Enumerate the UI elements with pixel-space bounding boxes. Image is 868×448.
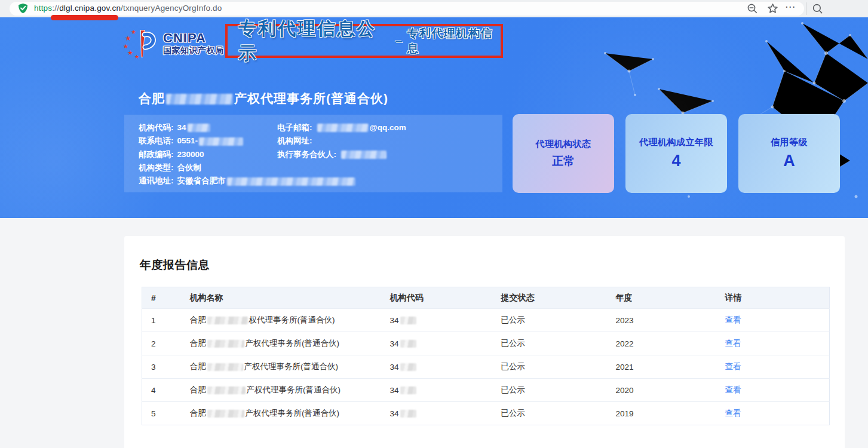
redacted-agency-name	[166, 94, 233, 105]
cell-detail: 查看	[716, 379, 830, 402]
svg-text:★: ★	[127, 49, 133, 56]
info-value: @qq.com	[370, 123, 406, 132]
table-row: 4 合肥产权代理事务所(普通合伙) 34 已公示 2020 查看	[142, 379, 830, 402]
cell-org-code: 34	[381, 332, 492, 355]
more-options-icon[interactable]: ⋯	[785, 1, 796, 12]
cell-index: 3	[142, 355, 181, 379]
cell-status: 已公示	[492, 402, 607, 425]
stat-card-title: 代理机构状态	[536, 139, 591, 150]
cell-index: 4	[142, 379, 181, 402]
url-scheme: https	[34, 4, 52, 13]
cell-status: 已公示	[492, 309, 607, 332]
redacted-value	[188, 124, 210, 132]
info-column-right: 电子邮箱:@qq.com 机构网址: 执行事务合伙人:	[277, 121, 406, 161]
info-label: 机构类型:	[139, 163, 174, 172]
org-code-prefix: 34	[390, 409, 399, 418]
url-host: dlgl.cnipa.gov.cn	[59, 4, 121, 13]
column-header-year: 年度	[607, 287, 716, 309]
redacted-value	[400, 386, 416, 394]
cell-year: 2022	[607, 332, 716, 355]
toolbar-divider	[806, 2, 806, 15]
stat-card-title: 代理机构成立年限	[639, 137, 713, 148]
url-path: /txnqueryAgencyOrgInfo.do	[121, 4, 222, 13]
info-row-address: 通讯地址:安徽省合肥市	[139, 174, 357, 188]
cell-detail: 查看	[716, 332, 830, 355]
table-header-row: # 机构名称 机构代码 提交状态 年度 详情	[142, 287, 830, 309]
redacted-value	[207, 317, 248, 324]
cell-org-name: 合肥产权代理事务所(普通合伙)	[181, 332, 381, 355]
org-name-suffix: 产权代理事务所(普通合伙)	[246, 339, 340, 348]
stat-card-value: A	[783, 152, 795, 170]
org-name-suffix: 产权代理事务所(普通合伙)	[246, 409, 340, 418]
masthead-title: 专利代理信息公示	[238, 17, 389, 66]
agency-name-suffix: 产权代理事务所(普通合伙)	[234, 91, 388, 105]
cell-index: 1	[142, 309, 181, 332]
page-body: 年度报告信息 # 机构名称 机构代码 提交状态 年度 详情 1 合肥权代理事务所…	[0, 218, 868, 448]
view-detail-link[interactable]: 查看	[725, 385, 741, 394]
view-detail-link[interactable]: 查看	[725, 339, 741, 348]
org-name-prefix: 合肥	[190, 409, 206, 418]
redacted-value	[400, 410, 416, 418]
svg-text:★: ★	[131, 29, 136, 35]
column-header-status: 提交状态	[492, 287, 607, 309]
cell-status: 已公示	[492, 379, 607, 402]
cell-detail: 查看	[716, 402, 830, 425]
info-label: 机构网址:	[277, 136, 312, 145]
column-header-detail: 详情	[716, 287, 830, 309]
cell-detail: 查看	[716, 309, 830, 332]
hero-banner: ★ ★ ★ ★ ★ CNIPA 国家知识产权局 专利代理信息公示 – 专利代理机…	[0, 17, 868, 218]
table-row: 1 合肥权代理事务所(普通合伙) 34 已公示 2023 查看	[142, 309, 830, 332]
redacted-value	[400, 340, 416, 348]
cell-year: 2019	[607, 402, 716, 425]
column-header-org-code: 机构代码	[381, 287, 492, 309]
brand-acronym: CNIPA	[163, 31, 224, 45]
org-code-prefix: 34	[390, 316, 399, 325]
org-code-prefix: 34	[390, 363, 399, 372]
security-shield-icon[interactable]	[18, 3, 28, 14]
org-name-suffix: 产权代理事务所(普通合伙)	[244, 362, 339, 371]
info-label: 执行事务合伙人:	[277, 150, 336, 159]
cell-org-name: 合肥权代理事务所(普通合伙)	[181, 309, 381, 332]
org-name-suffix: 权代理事务所(普通合伙)	[249, 315, 335, 324]
info-value: 230000	[177, 150, 204, 159]
table-row: 3 合肥产权代理事务所(普通合伙) 34 已公示 2021 查看	[142, 355, 830, 379]
cell-org-name: 合肥产权代理事务所(普通合伙)	[181, 379, 381, 402]
org-name-prefix: 合肥	[190, 339, 206, 348]
redacted-value	[207, 340, 244, 348]
search-icon[interactable]	[812, 3, 823, 14]
info-label: 电子邮箱:	[277, 123, 312, 132]
info-label: 邮政编码:	[139, 150, 174, 159]
table-row: 2 合肥产权代理事务所(普通合伙) 34 已公示 2022 查看	[142, 332, 830, 355]
zoom-out-icon[interactable]	[747, 3, 758, 14]
org-name-prefix: 合肥	[190, 362, 206, 371]
cnipa-emblem-icon: ★ ★ ★ ★ ★	[122, 26, 160, 60]
cell-year: 2020	[607, 379, 716, 402]
masthead-highlight-annotation: 专利代理信息公示 – 专利代理机构信息	[225, 24, 503, 58]
info-row-org-type: 机构类型:合伙制	[139, 161, 357, 174]
stat-card-title: 信用等级	[771, 137, 808, 148]
info-row-partner: 执行事务合伙人:	[277, 148, 406, 161]
redacted-value	[341, 151, 387, 159]
redacted-value	[207, 363, 243, 371]
column-header-org-name: 机构名称	[181, 287, 381, 309]
browser-toolbar: https://dlgl.cnipa.gov.cn/txnqueryAgency…	[0, 0, 868, 17]
org-name-suffix: 产权代理事务所(普通合伙)	[247, 385, 341, 394]
info-label: 通讯地址:	[139, 176, 174, 185]
stat-card-value: 4	[671, 152, 680, 170]
redacted-value	[207, 410, 244, 418]
view-detail-link[interactable]: 查看	[725, 315, 741, 324]
redacted-value	[199, 137, 243, 146]
agency-name: 合肥产权代理事务所(普通合伙)	[139, 90, 388, 107]
org-code-prefix: 34	[390, 339, 399, 348]
section-title: 年度报告信息	[124, 236, 845, 273]
brand-text: CNIPA 国家知识产权局	[163, 31, 224, 56]
redacted-value	[400, 317, 416, 324]
table-row: 5 合肥产权代理事务所(普通合伙) 34 已公示 2019 查看	[142, 402, 830, 425]
stat-card-credit-rating: 信用等级 A	[738, 114, 840, 193]
url-underline-annotation	[51, 15, 118, 20]
view-detail-link[interactable]: 查看	[725, 409, 741, 418]
bookmark-star-icon[interactable]	[767, 3, 778, 14]
info-label: 联系电话:	[139, 136, 174, 145]
stat-cards: 代理机构状态 正常 代理机构成立年限 4 信用等级 A	[513, 114, 840, 193]
view-detail-link[interactable]: 查看	[725, 362, 741, 371]
